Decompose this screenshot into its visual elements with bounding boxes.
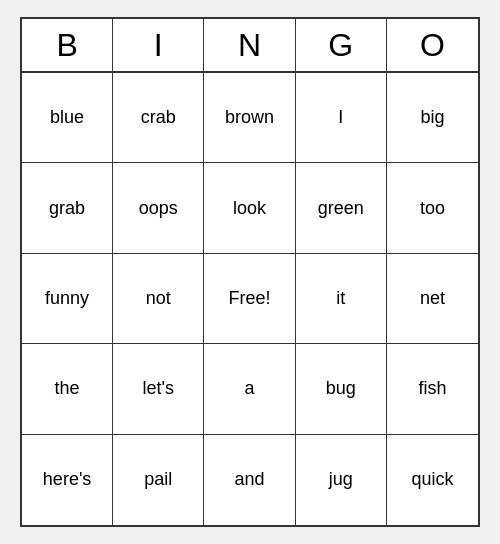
- grid-cell-19: fish: [387, 344, 478, 434]
- header-letter-o: O: [387, 19, 478, 71]
- grid-cell-7: look: [204, 163, 295, 253]
- header-letter-g: G: [296, 19, 387, 71]
- grid-cell-13: it: [296, 254, 387, 344]
- grid-cell-24: quick: [387, 435, 478, 525]
- grid-cell-17: a: [204, 344, 295, 434]
- grid-cell-23: jug: [296, 435, 387, 525]
- grid-cell-22: and: [204, 435, 295, 525]
- grid-cell-5: grab: [22, 163, 113, 253]
- grid-cell-11: not: [113, 254, 204, 344]
- grid-cell-9: too: [387, 163, 478, 253]
- grid-cell-18: bug: [296, 344, 387, 434]
- bingo-header: BINGO: [22, 19, 478, 73]
- grid-cell-6: oops: [113, 163, 204, 253]
- grid-cell-20: here's: [22, 435, 113, 525]
- header-letter-n: N: [204, 19, 295, 71]
- grid-cell-10: funny: [22, 254, 113, 344]
- grid-cell-2: brown: [204, 73, 295, 163]
- grid-cell-1: crab: [113, 73, 204, 163]
- bingo-grid: bluecrabbrownIbiggraboopslookgreentoofun…: [22, 73, 478, 525]
- header-letter-b: B: [22, 19, 113, 71]
- grid-cell-21: pail: [113, 435, 204, 525]
- grid-cell-14: net: [387, 254, 478, 344]
- grid-cell-12: Free!: [204, 254, 295, 344]
- grid-cell-16: let's: [113, 344, 204, 434]
- header-letter-i: I: [113, 19, 204, 71]
- grid-cell-4: big: [387, 73, 478, 163]
- grid-cell-0: blue: [22, 73, 113, 163]
- grid-cell-3: I: [296, 73, 387, 163]
- grid-cell-15: the: [22, 344, 113, 434]
- grid-cell-8: green: [296, 163, 387, 253]
- bingo-card: BINGO bluecrabbrownIbiggraboopslookgreen…: [20, 17, 480, 527]
